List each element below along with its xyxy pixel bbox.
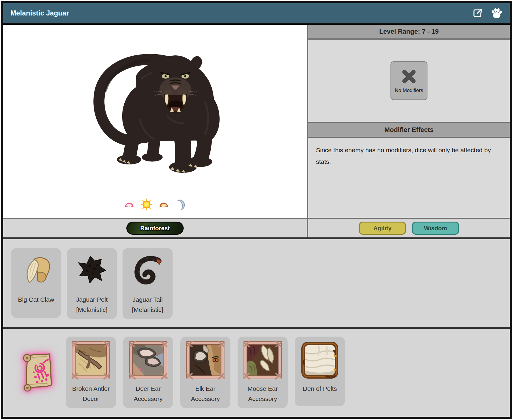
title-bar-actions xyxy=(472,8,503,18)
broken-antler-decor-image xyxy=(71,340,111,381)
reward-item-label: Den of Pelts xyxy=(303,384,337,394)
stat-button-wisdom[interactable]: Wisdom xyxy=(412,222,459,235)
reward-item-label: Elk Ear Accessory xyxy=(182,384,229,404)
paw-icon[interactable] xyxy=(491,8,503,18)
scroll-slot xyxy=(13,351,59,394)
reward-item-elk-ear-accessory[interactable]: Elk Ear Accessory xyxy=(180,337,230,408)
biome-cell: Rainforest xyxy=(3,219,307,237)
quest-scroll-icon xyxy=(18,351,54,394)
moose-ear-accessory-image xyxy=(243,340,282,381)
modifier-effects-text: Since this enemy has no modifiers, dice … xyxy=(308,138,510,218)
jaguar-pelt-image xyxy=(72,252,111,292)
sunset-icon xyxy=(157,198,171,212)
melanistic-jaguar-image xyxy=(80,43,230,179)
drop-item-label: Jaguar Tail [Melanistic] xyxy=(124,295,171,315)
reward-item-deer-ear-accessory[interactable]: Deer Ear Accessory xyxy=(123,337,173,408)
window-frame: Melanistic Jaguar xyxy=(1,1,512,419)
biome-button-rainforest[interactable]: Rainforest xyxy=(126,222,184,235)
stat-buttons-cell: Agility Wisdom xyxy=(308,219,510,237)
drop-item-label: Big Cat Claw xyxy=(18,295,54,305)
main-content-row: Level Range: 7 - 19 No Modifiers Modifie… xyxy=(3,25,510,219)
den-of-pelts-image xyxy=(300,340,340,381)
no-modifiers-badge: No Modifiers xyxy=(390,61,427,100)
reward-item-moose-ear-accessory[interactable]: Moose Ear Accessory xyxy=(238,337,288,408)
drop-item-big-cat-claw[interactable]: Big Cat Claw xyxy=(11,248,61,318)
stat-button-agility[interactable]: Agility xyxy=(359,222,406,235)
reward-item-den-of-pelts[interactable]: Den of Pelts xyxy=(295,337,345,406)
level-range-header: Level Range: 7 - 19 xyxy=(308,25,510,40)
sunrise-icon xyxy=(123,198,136,212)
modifier-slot-area: No Modifiers xyxy=(308,40,510,123)
night-icon xyxy=(174,198,188,212)
jaguar-tail-image xyxy=(128,252,167,292)
modifier-effects-header: Modifier Effects xyxy=(308,123,510,138)
explore-rewards-section: Broken Antler Decor xyxy=(3,329,510,417)
drops-section: Big Cat Claw Jaguar Pelt [Melanistic] xyxy=(3,239,510,329)
no-modifiers-label: No Modifiers xyxy=(395,88,423,94)
reward-item-label: Deer Ear Accessory xyxy=(125,384,171,404)
reward-item-broken-antler-decor[interactable]: Broken Antler Decor xyxy=(66,337,116,408)
enemy-image-panel xyxy=(3,25,307,218)
title-bar: Melanistic Jaguar xyxy=(3,3,510,25)
active-time-indicators xyxy=(123,198,188,212)
deer-ear-accessory-image xyxy=(128,340,168,381)
drop-item-jaguar-pelt[interactable]: Jaguar Pelt [Melanistic] xyxy=(67,248,117,319)
enemy-info-page: Melanistic Jaguar xyxy=(0,0,513,420)
elk-ear-accessory-image xyxy=(186,340,225,381)
x-mark-icon xyxy=(400,68,418,86)
open-external-icon[interactable] xyxy=(472,8,483,18)
reward-item-label: Moose Ear Accessory xyxy=(239,384,286,404)
drop-item-label: Jaguar Pelt [Melanistic] xyxy=(69,295,115,315)
big-cat-claw-image xyxy=(17,252,55,292)
page-title: Melanistic Jaguar xyxy=(10,9,69,17)
reward-item-label: Broken Antler Decor xyxy=(68,384,114,404)
day-icon xyxy=(140,198,153,212)
drop-item-jaguar-tail[interactable]: Jaguar Tail [Melanistic] xyxy=(123,248,173,319)
enemy-info-panel: Level Range: 7 - 19 No Modifiers Modifie… xyxy=(308,25,510,218)
biome-stats-row: Rainforest Agility Wisdom xyxy=(3,219,510,239)
